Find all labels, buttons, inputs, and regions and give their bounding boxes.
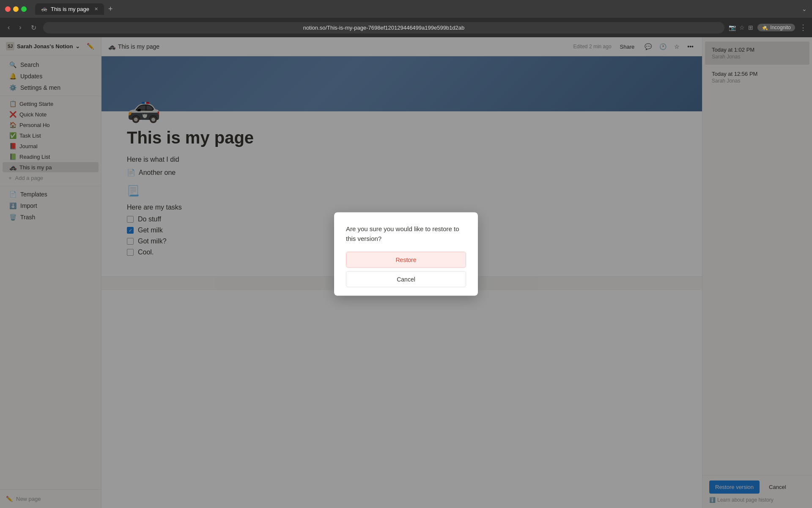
minimize-traffic-light[interactable] [13,6,19,12]
modal-question-text: Are you sure you would like to restore t… [346,224,466,243]
incognito-label: Incognito [770,25,791,30]
camera-icon: 📷 [729,24,736,31]
incognito-badge: 🕵 Incognito [757,24,795,31]
modal-restore-button[interactable]: Restore [346,252,466,268]
incognito-hat-icon: 🕵 [762,25,768,30]
maximize-traffic-light[interactable] [21,6,27,12]
browser-toolbar: ‹ › ↻ 📷 ☆ ⊞ 🕵 Incognito ⋮ [0,18,812,37]
reload-button[interactable]: ↻ [28,22,39,33]
back-button[interactable]: ‹ [5,22,12,33]
tab-favicon: 🚓 [41,6,47,12]
toolbar-icons: 📷 ☆ ⊞ [729,24,753,31]
forward-button[interactable]: › [16,22,24,33]
active-tab[interactable]: 🚓 This is my page ✕ [35,3,104,15]
tab-right-area: ⌄ [802,6,807,12]
tab-title: This is my page [51,6,89,12]
tab-bar: 🚓 This is my page ✕ + [35,3,798,15]
modal-cancel-button[interactable]: Cancel [346,271,466,287]
traffic-lights [5,6,27,12]
browser-titlebar: 🚓 This is my page ✕ + ⌄ [0,0,812,18]
browser-chrome: 🚓 This is my page ✕ + ⌄ ‹ › ↻ 📷 ☆ ⊞ 🕵 In… [0,0,812,37]
more-button[interactable]: ⋮ [799,23,807,32]
new-tab-button[interactable]: + [106,5,115,14]
star-icon[interactable]: ☆ [739,24,745,31]
modal-dialog: Are you sure you would like to restore t… [334,213,478,296]
grid-icon[interactable]: ⊞ [748,24,753,31]
address-bar[interactable] [43,22,725,33]
close-traffic-light[interactable] [5,6,11,12]
tab-close-icon[interactable]: ✕ [94,6,98,12]
